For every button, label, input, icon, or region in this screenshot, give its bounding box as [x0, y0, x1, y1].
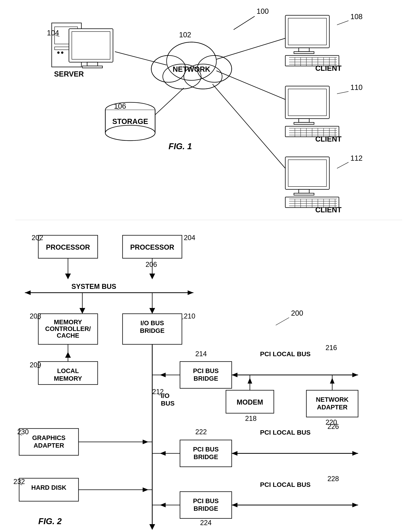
svg-line-92: [337, 162, 348, 168]
ref-218: 218: [245, 415, 256, 422]
svg-marker-116: [65, 352, 71, 358]
svg-rect-40: [294, 52, 314, 54]
storage-icon: STORAGE: [105, 102, 155, 141]
ref-202: 202: [32, 234, 43, 242]
client3-label: CLIENT: [315, 206, 341, 214]
client2-icon: [285, 86, 339, 137]
svg-rect-75: [285, 157, 329, 189]
network-label: NETWORK: [173, 65, 210, 73]
svg-line-73: [337, 91, 348, 94]
proc2-label: PROCESSOR: [130, 243, 174, 251]
svg-rect-21: [69, 29, 113, 62]
server-icon: [52, 23, 113, 68]
ref-100: 100: [256, 7, 269, 15]
svg-line-0: [234, 16, 255, 30]
svg-text:ADAPTER: ADAPTER: [34, 442, 64, 449]
system-bus-label: SYSTEM BUS: [71, 283, 116, 290]
client1-label: CLIENT: [315, 64, 341, 72]
svg-text:LOCAL: LOCAL: [57, 367, 79, 374]
ref-228: 228: [327, 475, 339, 483]
ref-214: 214: [195, 350, 207, 358]
svg-text:I/O BUS: I/O BUS: [140, 320, 164, 327]
pci-local-bus3-label: PCI LOCAL BUS: [260, 481, 311, 488]
svg-rect-24: [82, 66, 103, 68]
svg-text:CACHE: CACHE: [57, 332, 79, 339]
svg-marker-127: [232, 373, 237, 377]
svg-line-114: [182, 319, 184, 319]
svg-marker-105: [80, 308, 85, 314]
svg-marker-102: [25, 290, 31, 295]
svg-point-19: [57, 51, 59, 54]
svg-marker-125: [160, 373, 166, 377]
pci-local-bus2-label: PCI LOCAL BUS: [260, 429, 311, 436]
svg-marker-147: [143, 440, 148, 444]
svg-line-93: [212, 84, 285, 168]
svg-line-55: [216, 38, 285, 59]
svg-line-54: [337, 21, 348, 25]
svg-text:BRIDGE: BRIDGE: [194, 505, 218, 512]
ref-110: 110: [350, 83, 362, 91]
ref-222: 222: [195, 428, 207, 436]
ref-212: 212: [152, 388, 164, 396]
ref-226: 226: [327, 422, 339, 431]
ref-206: 206: [146, 261, 157, 268]
ref-232: 232: [13, 478, 25, 486]
svg-rect-58: [299, 119, 309, 122]
svg-text:GRAPHICS: GRAPHICS: [32, 434, 66, 441]
ref-102: 102: [179, 31, 191, 39]
svg-line-36: [155, 88, 184, 115]
ref-230: 230: [17, 428, 29, 436]
svg-line-95: [276, 318, 289, 325]
svg-marker-142: [352, 451, 358, 456]
svg-marker-100: [149, 274, 155, 279]
svg-text:BRIDGE: BRIDGE: [140, 327, 164, 334]
network-cloud: NETWORK: [151, 42, 232, 89]
ref-216: 216: [325, 344, 337, 352]
svg-text:BRIDGE: BRIDGE: [194, 453, 218, 460]
svg-text:MEMORY: MEMORY: [54, 319, 82, 326]
svg-marker-98: [65, 274, 71, 279]
svg-text:PCI BUS: PCI BUS: [193, 367, 219, 374]
svg-text:MODEM: MODEM: [237, 398, 263, 406]
svg-rect-37: [285, 15, 329, 48]
svg-text:HARD DISK: HARD DISK: [31, 484, 66, 491]
svg-rect-39: [299, 48, 309, 52]
svg-text:NETWORK: NETWORK: [316, 396, 349, 403]
proc1-label: PROCESSOR: [46, 243, 90, 251]
svg-text:MEMORY: MEMORY: [54, 375, 82, 382]
svg-marker-151: [160, 503, 166, 507]
svg-rect-23: [87, 62, 98, 66]
svg-text:PCI BUS: PCI BUS: [193, 497, 219, 504]
svg-rect-78: [294, 193, 314, 195]
svg-text:PCI BUS: PCI BUS: [193, 446, 219, 453]
fig2-label: FIG. 2: [38, 517, 62, 526]
svg-text:BRIDGE: BRIDGE: [194, 375, 218, 382]
ref-108: 108: [350, 13, 362, 21]
svg-marker-153: [232, 503, 237, 507]
ref-112: 112: [350, 154, 362, 162]
ref-106: 106: [114, 102, 126, 110]
svg-marker-135: [330, 378, 335, 384]
ref-200: 200: [291, 309, 303, 317]
fig1-label: FIG. 1: [169, 142, 192, 151]
server-label: SERVER: [54, 70, 84, 78]
io-bus-label2: BUS: [161, 400, 175, 407]
pci-local-bus1-label: PCI LOCAL BUS: [260, 350, 311, 357]
svg-marker-158: [143, 488, 148, 492]
ref-210: 210: [184, 312, 195, 320]
svg-point-33: [105, 125, 155, 141]
ref-224: 224: [200, 519, 212, 527]
svg-marker-139: [160, 451, 166, 456]
svg-line-74: [216, 71, 285, 100]
client2-label: CLIENT: [315, 135, 341, 143]
client3-icon: [285, 157, 339, 208]
svg-marker-103: [188, 290, 193, 295]
svg-rect-59: [294, 122, 314, 124]
svg-rect-77: [299, 189, 309, 193]
svg-text:ADAPTER: ADAPTER: [317, 404, 348, 411]
svg-text:STORAGE: STORAGE: [112, 117, 148, 125]
svg-rect-56: [285, 86, 329, 119]
ref-204: 204: [184, 234, 195, 242]
svg-marker-160: [149, 524, 155, 530]
svg-marker-154: [352, 503, 358, 507]
